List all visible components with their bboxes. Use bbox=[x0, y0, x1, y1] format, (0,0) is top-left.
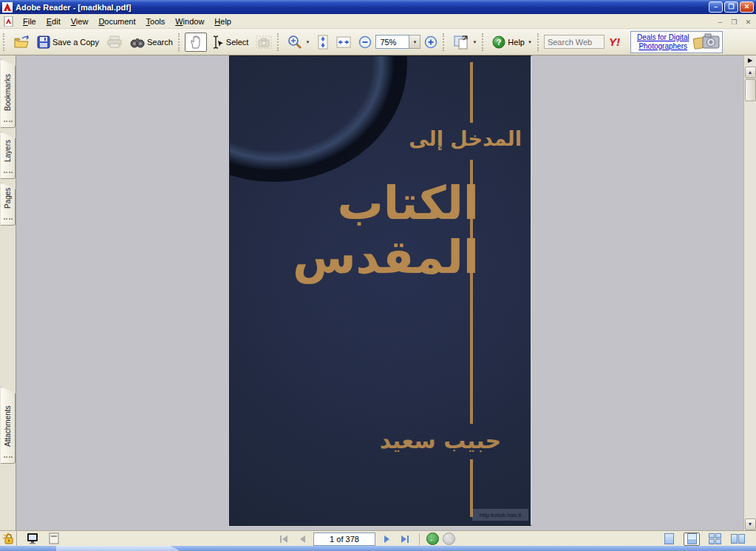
pdf-page-book-cover[interactable]: المدخل إلى الكتاب المقدس حبيب سعيد http … bbox=[229, 55, 532, 526]
status-bar: ← → bbox=[0, 530, 756, 546]
tab-pages[interactable]: Pages bbox=[1, 183, 16, 226]
tab-grip bbox=[4, 456, 13, 460]
menu-tools[interactable]: Tools bbox=[141, 16, 171, 27]
doc-minimize-button[interactable]: – bbox=[714, 16, 726, 27]
open-button[interactable] bbox=[10, 33, 33, 52]
tab-grip bbox=[4, 218, 13, 222]
tab-layers-label: Layers bbox=[4, 132, 12, 169]
menu-view[interactable]: View bbox=[66, 16, 94, 27]
search-web-input[interactable] bbox=[544, 35, 605, 49]
cover-watermark-url: http kotob.has.it bbox=[472, 509, 528, 521]
screen-view-button[interactable] bbox=[26, 533, 39, 544]
deals-link-line1[interactable]: Deals for Digital bbox=[637, 33, 689, 41]
tab-attachments[interactable]: Attachments bbox=[1, 387, 16, 464]
adobe-reader-app-icon bbox=[2, 2, 13, 13]
minus-circle-icon bbox=[358, 36, 372, 49]
doc-close-button[interactable]: ✕ bbox=[742, 16, 755, 27]
menu-edit[interactable]: Edit bbox=[41, 16, 66, 27]
page-options-icon bbox=[48, 533, 60, 544]
single-page-layout-button[interactable] bbox=[661, 533, 677, 546]
menu-bar: File Edit View Document Tools Window Hel… bbox=[0, 14, 756, 29]
toolbar-overflow-icon[interactable]: ▶ bbox=[746, 56, 755, 65]
help-question-icon: ? bbox=[492, 36, 505, 49]
scroll-down-button[interactable]: ▼ bbox=[745, 518, 756, 530]
deals-banner-link[interactable]: Deals for Digital Photographers bbox=[630, 31, 723, 53]
facing-icon bbox=[731, 534, 738, 544]
help-button[interactable]: ? Help ▼ bbox=[488, 33, 536, 51]
pdf-document-icon bbox=[4, 16, 14, 27]
save-a-copy-button[interactable]: Save a Copy bbox=[33, 33, 103, 51]
previous-page-button[interactable] bbox=[295, 533, 310, 545]
ibeam-cursor-icon bbox=[211, 35, 224, 50]
doc-restore-button[interactable]: ❐ bbox=[728, 16, 740, 27]
cover-subtitle-arabic: المدخل إلى bbox=[409, 127, 522, 150]
menu-window[interactable]: Window bbox=[170, 16, 209, 27]
last-page-button[interactable] bbox=[398, 533, 412, 545]
first-page-icon bbox=[280, 535, 282, 543]
zoom-tool-dropdown-arrow[interactable]: ▼ bbox=[305, 40, 310, 44]
first-page-button[interactable] bbox=[276, 533, 291, 545]
minimize-button[interactable]: – bbox=[709, 1, 723, 13]
open-folder-icon bbox=[13, 35, 30, 50]
monitor-icon bbox=[26, 533, 39, 544]
print-button[interactable] bbox=[103, 33, 126, 51]
select-label: Select bbox=[226, 38, 249, 47]
binoculars-icon bbox=[130, 36, 145, 49]
restore-button[interactable]: ❐ bbox=[724, 1, 738, 13]
menu-help[interactable]: Help bbox=[209, 16, 236, 27]
deals-link-line2[interactable]: Photographers bbox=[638, 42, 687, 50]
fit-width-button[interactable] bbox=[333, 33, 355, 51]
tab-grip bbox=[4, 172, 13, 175]
zoom-in-button[interactable] bbox=[420, 33, 441, 51]
title-bar: Adobe Reader - [madkhal.pdf] – ❐ ✕ bbox=[0, 0, 756, 14]
tab-attachments-label: Attachments bbox=[4, 388, 12, 454]
menu-document[interactable]: Document bbox=[93, 16, 140, 27]
zoom-out-button[interactable] bbox=[355, 33, 375, 51]
zoom-level-combo[interactable]: 75% ▼ bbox=[375, 35, 420, 49]
photo-camera-graphic-icon bbox=[692, 32, 721, 53]
fit-width-icon bbox=[336, 36, 351, 49]
toolbar-grip[interactable] bbox=[3, 33, 7, 51]
save-a-copy-label: Save a Copy bbox=[52, 38, 99, 47]
continuous-layout-button[interactable] bbox=[684, 533, 700, 546]
zoom-level-dropdown-arrow[interactable]: ▼ bbox=[409, 35, 420, 49]
tab-bookmarks[interactable]: Bookmarks bbox=[1, 59, 16, 128]
zoom-level-value[interactable]: 75% bbox=[375, 35, 409, 49]
search-button[interactable]: Search bbox=[126, 33, 177, 51]
facing-layout-button[interactable] bbox=[729, 533, 746, 546]
close-button[interactable]: ✕ bbox=[740, 1, 754, 13]
page-options-button[interactable] bbox=[48, 533, 60, 544]
vertical-scrollbar[interactable]: ▶ ▲ ▼ bbox=[743, 55, 756, 530]
toolbar-grip[interactable] bbox=[537, 33, 541, 51]
next-view-button[interactable]: → bbox=[443, 533, 455, 545]
continuous-facing-layout-button[interactable] bbox=[706, 533, 723, 546]
next-page-button[interactable] bbox=[379, 533, 394, 545]
page-number-field[interactable] bbox=[313, 533, 375, 546]
navigation-tab-strip: Bookmarks Layers Pages Attachments bbox=[0, 55, 16, 530]
menu-file[interactable]: File bbox=[18, 16, 41, 27]
scrollbar-thumb[interactable] bbox=[745, 79, 756, 101]
zoom-tool-button[interactable]: ▼ bbox=[284, 33, 313, 52]
toolbar-grip[interactable] bbox=[443, 33, 446, 51]
toolbar-grip[interactable] bbox=[277, 33, 281, 51]
tab-layers[interactable]: Layers bbox=[1, 132, 16, 179]
page-layout-controls bbox=[661, 532, 746, 546]
snapshot-tool-button[interactable] bbox=[252, 33, 276, 51]
cover-title-arabic: الكتاب المقدس bbox=[230, 176, 479, 284]
scroll-up-button[interactable]: ▲ bbox=[745, 67, 756, 78]
help-dropdown-arrow[interactable]: ▼ bbox=[528, 40, 532, 44]
select-tool-button[interactable]: Select bbox=[207, 33, 253, 52]
security-lock-icon[interactable] bbox=[0, 531, 17, 546]
toolbar-grip[interactable] bbox=[482, 33, 486, 51]
picture-tasks-dropdown-arrow[interactable]: ▼ bbox=[472, 40, 477, 44]
toolbar-grip[interactable] bbox=[178, 33, 182, 51]
picture-tasks-button[interactable]: ▼ bbox=[449, 33, 480, 52]
hand-tool-button[interactable] bbox=[185, 33, 207, 52]
next-page-icon bbox=[384, 535, 389, 543]
document-pane[interactable]: المدخل إلى الكتاب المقدس حبيب سعيد http … bbox=[16, 55, 743, 530]
yahoo-logo[interactable]: Y! bbox=[609, 36, 620, 48]
divider bbox=[419, 533, 420, 545]
cover-corner-shadow bbox=[229, 55, 407, 182]
fit-page-button[interactable] bbox=[313, 33, 333, 52]
previous-view-button[interactable]: ← bbox=[426, 533, 439, 545]
